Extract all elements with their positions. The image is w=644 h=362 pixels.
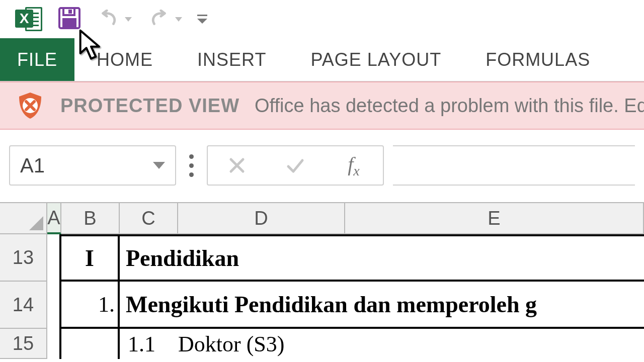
svg-rect-3	[62, 18, 76, 27]
column-header-a[interactable]: A	[47, 202, 61, 234]
cancel-formula-button[interactable]	[208, 146, 266, 185]
formula-bar: A1 fx	[0, 144, 644, 187]
cell-b14[interactable]: 1.	[61, 282, 120, 329]
excel-app-icon: X	[15, 6, 42, 33]
quick-access-toolbar: X	[0, 0, 644, 38]
name-box[interactable]: A1	[9, 145, 176, 186]
chevron-down-icon[interactable]	[125, 17, 132, 22]
undo-button[interactable]	[97, 10, 132, 29]
redo-button[interactable]	[147, 10, 182, 29]
tab-insert[interactable]: INSERT	[175, 38, 288, 81]
protected-view-title: PROTECTED VIEW	[60, 95, 239, 117]
svg-rect-2	[68, 10, 72, 14]
cell-c13[interactable]: Pendidikan	[120, 234, 644, 282]
insert-function-button[interactable]: fx	[325, 146, 383, 185]
column-header-c[interactable]: C	[120, 202, 178, 234]
column-header-e[interactable]: E	[345, 202, 644, 234]
chevron-down-icon[interactable]	[175, 17, 182, 22]
table-row: 15 1.1 Doktor (S3)	[0, 329, 644, 359]
expand-formula-bar-icon[interactable]	[185, 154, 198, 177]
protected-view-bar: PROTECTED VIEW Office has detected a pro…	[0, 81, 644, 130]
cell-b15[interactable]	[61, 329, 120, 359]
enter-formula-button[interactable]	[266, 146, 325, 185]
cell-c14[interactable]: Mengikuti Pendidikan dan memperoleh g	[120, 282, 644, 329]
tab-home[interactable]: HOME	[74, 38, 175, 81]
tab-formulas[interactable]: FORMULAS	[463, 38, 612, 81]
ribbon-tabs: FILE HOME INSERT PAGE LAYOUT FORMULAS	[0, 38, 644, 81]
table-row: 14 1. Mengikuti Pendidikan dan memperole…	[0, 282, 644, 329]
cell-b13[interactable]: I	[61, 234, 120, 282]
cell-c15[interactable]: 1.1 Doktor (S3)	[120, 329, 644, 359]
table-row: 13 I Pendidikan	[0, 234, 644, 282]
column-header-d[interactable]: D	[178, 202, 345, 234]
spreadsheet-grid[interactable]: A B C D E 13 I Pendidikan 14 1. Mengikut…	[0, 202, 644, 359]
select-all-corner[interactable]	[0, 202, 47, 234]
row-header-15[interactable]: 15	[0, 329, 47, 359]
customize-qat-icon[interactable]	[197, 15, 207, 24]
save-icon[interactable]	[57, 6, 82, 32]
row-header-14[interactable]: 14	[0, 282, 47, 329]
chevron-down-icon[interactable]	[153, 162, 165, 169]
tab-page-layout[interactable]: PAGE LAYOUT	[288, 38, 463, 81]
name-box-value: A1	[20, 154, 45, 177]
column-headers: A B C D E	[0, 202, 644, 234]
column-header-b[interactable]: B	[61, 202, 120, 234]
protected-view-message: Office has detected a problem with this …	[255, 95, 644, 117]
tab-file[interactable]: FILE	[0, 38, 74, 81]
formula-input[interactable]	[393, 145, 635, 186]
row-header-13[interactable]: 13	[0, 234, 47, 282]
shield-warning-icon	[15, 90, 45, 121]
